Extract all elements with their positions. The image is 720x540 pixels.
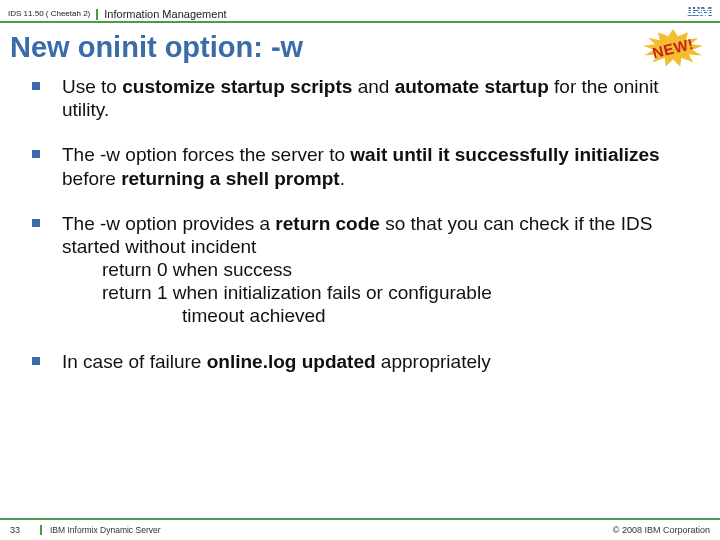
- bullet-square-icon: [32, 219, 40, 227]
- ibm-logo: IBM: [687, 5, 712, 20]
- bullet-square-icon: [32, 150, 40, 158]
- bullet-subline: return 1 when initialization fails or co…: [62, 281, 692, 304]
- bullet-subline: timeout achieved: [62, 304, 692, 327]
- product-tag: IDS 11.50 ( Cheetah 2): [8, 9, 98, 20]
- bullet-square-icon: [32, 357, 40, 365]
- bullet-square-icon: [32, 82, 40, 90]
- bullet-item: In case of failure online.log updated ap…: [32, 350, 692, 373]
- bullet-subline: return 0 when success: [62, 258, 692, 281]
- slide-title: New oninit option: -w: [10, 31, 642, 64]
- title-row: New oninit option: -w NEW!: [0, 23, 720, 73]
- bullet-item: Use to customize startup scripts and aut…: [32, 75, 692, 121]
- bullet-text: In case of failure online.log updated ap…: [62, 350, 692, 373]
- bullet-text: Use to customize startup scripts and aut…: [62, 75, 692, 121]
- bullet-text: The -w option forces the server to wait …: [62, 143, 692, 189]
- ibm-logo-text: IBM: [687, 5, 712, 18]
- footer-product: IBM Informix Dynamic Server: [40, 525, 613, 535]
- page-number: 33: [10, 525, 40, 535]
- footer-copyright: © 2008 IBM Corporation: [613, 525, 710, 535]
- bullet-text: The -w option provides a return code so …: [62, 212, 692, 328]
- bullet-item: The -w option provides a return code so …: [32, 212, 692, 328]
- slide-body: Use to customize startup scripts and aut…: [0, 73, 720, 373]
- new-badge: NEW!: [642, 29, 704, 69]
- group-tag: Information Management: [98, 8, 687, 20]
- bullet-item: The -w option forces the server to wait …: [32, 143, 692, 189]
- bullet-list: Use to customize startup scripts and aut…: [32, 75, 692, 373]
- slide-header: IDS 11.50 ( Cheetah 2) Information Manag…: [0, 0, 720, 23]
- slide-footer: 33 IBM Informix Dynamic Server © 2008 IB…: [0, 518, 720, 540]
